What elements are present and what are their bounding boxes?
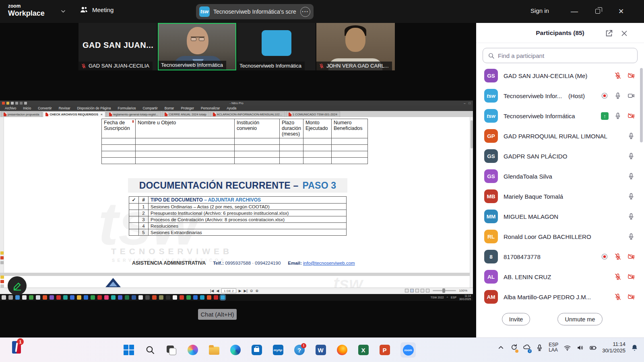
minimize-button[interactable]: — bbox=[568, 6, 580, 17]
app-icon[interactable] bbox=[29, 295, 33, 300]
nitro-left-sidebar[interactable] bbox=[0, 117, 4, 288]
comment-tool-icon[interactable] bbox=[0, 251, 4, 255]
app-icon[interactable] bbox=[36, 295, 40, 300]
unmute-me-button[interactable]: Unmute me bbox=[557, 313, 603, 325]
app-icon[interactable] bbox=[180, 295, 184, 300]
speaker-icon[interactable] bbox=[576, 344, 584, 352]
copilot-button[interactable] bbox=[187, 345, 198, 356]
participant-row[interactable]: 8 81708473778 bbox=[476, 247, 644, 267]
zoom-slider[interactable] bbox=[433, 290, 456, 291]
doc-tab[interactable]: 1 COMUNICADO TSW-001-2024 bbox=[286, 111, 340, 117]
keyboard-language[interactable]: ESPLAA bbox=[549, 342, 558, 353]
menu-ayuda[interactable]: Ayuda bbox=[227, 106, 236, 110]
battery-icon[interactable] bbox=[589, 344, 597, 352]
app-icon[interactable] bbox=[91, 295, 95, 300]
wifi-icon[interactable] bbox=[564, 344, 571, 352]
doc-tab[interactable]: presentacion propuesta bbox=[1, 111, 42, 117]
doc-tab[interactable]: ACLARACION-INFORMACION-MENSUAL102... bbox=[210, 111, 285, 117]
tab-close-icon[interactable]: × bbox=[101, 113, 103, 116]
first-page-icon[interactable]: |◀ bbox=[210, 289, 214, 293]
pinned-app-icon[interactable]: 1 bbox=[12, 341, 21, 354]
get-help-button[interactable]: ?! bbox=[294, 345, 305, 356]
video-tile[interactable]: tsw tecnoserviweb Tecnoserviweb Informát… bbox=[237, 23, 316, 70]
vertical-scrollbar[interactable] bbox=[470, 117, 473, 288]
task-view-button[interactable] bbox=[166, 345, 177, 356]
annotate-button[interactable] bbox=[8, 276, 27, 295]
app-icon[interactable] bbox=[214, 295, 218, 300]
microsoft-store-button[interactable] bbox=[251, 345, 262, 356]
app-icon[interactable] bbox=[152, 295, 157, 300]
menu-formularios[interactable]: Formularios bbox=[118, 106, 136, 110]
app-icon[interactable] bbox=[56, 295, 61, 300]
app-icon[interactable] bbox=[173, 295, 177, 300]
maximize-button[interactable] bbox=[592, 6, 604, 17]
edge-button[interactable] bbox=[230, 345, 241, 356]
app-icon[interactable] bbox=[200, 295, 204, 300]
menu-revisar[interactable]: Revisar bbox=[59, 106, 70, 110]
video-tile[interactable]: GAD SAN JUAN... GAD SAN JUAN-CECILIA bbox=[78, 23, 157, 70]
invite-button[interactable]: Invite bbox=[502, 313, 530, 325]
participant-row[interactable]: MB Mariely Baque Tomalá bbox=[476, 186, 644, 206]
menu-archivo[interactable]: Archivo bbox=[5, 106, 16, 110]
notification-bell-icon[interactable] bbox=[631, 344, 638, 352]
sign-in-button[interactable]: Sign in bbox=[530, 7, 549, 14]
firefox-button[interactable] bbox=[336, 345, 347, 356]
app-icon[interactable] bbox=[104, 295, 109, 300]
app-icon[interactable] bbox=[111, 295, 116, 300]
participant-row[interactable]: MM MIGUEL MALAGON bbox=[476, 206, 644, 226]
app-icon[interactable] bbox=[166, 295, 170, 300]
tab-meeting[interactable]: Meeting bbox=[80, 6, 114, 14]
menu-borrar[interactable]: Borrar bbox=[165, 106, 174, 110]
app-icon[interactable] bbox=[186, 295, 191, 300]
app-icon[interactable] bbox=[77, 295, 81, 300]
participant-row[interactable]: AL AB. LENIN CRUZ bbox=[476, 267, 644, 287]
tsw-app-icon[interactable] bbox=[221, 295, 225, 300]
participant-row[interactable]: tsw Tecnoserviweb Infor... (Host) bbox=[476, 86, 644, 106]
zoom-app-button-active[interactable]: zoom bbox=[400, 342, 416, 358]
prev-page-icon[interactable]: ◀ bbox=[216, 289, 219, 293]
close-button[interactable]: ✕ bbox=[615, 6, 627, 17]
tab-shared-screen[interactable]: tsw Tecnoserviweb Informática's scre ··· bbox=[196, 4, 314, 19]
microphone-icon[interactable] bbox=[536, 344, 543, 352]
next-page-icon[interactable]: ▶ bbox=[239, 289, 242, 293]
search-button[interactable] bbox=[144, 345, 155, 356]
participant-row[interactable]: GP GAD PARROQUIAL RURAL LIMONAL bbox=[476, 126, 644, 146]
pop-out-icon[interactable] bbox=[605, 29, 613, 38]
app-icon[interactable] bbox=[193, 295, 198, 300]
file-explorer-button[interactable] bbox=[208, 345, 219, 356]
menu-proteger[interactable]: Proteger bbox=[181, 106, 194, 110]
menu-convertir[interactable]: Convertir bbox=[38, 106, 52, 110]
pages-tool-icon[interactable] bbox=[0, 261, 4, 264]
participant-row[interactable]: GS GAD SAN JUAN-CECILIA (Me) bbox=[476, 66, 644, 86]
participant-row[interactable]: GS GlendaToala Silva bbox=[476, 166, 644, 186]
chevron-down-icon[interactable] bbox=[60, 8, 66, 14]
app-icon[interactable] bbox=[138, 295, 143, 300]
more-options-icon[interactable]: ··· bbox=[300, 7, 310, 17]
panel-scrollbar[interactable] bbox=[640, 68, 643, 142]
participant-row[interactable]: AM Alba Martillo-GAP PEDRO J.M... bbox=[476, 287, 644, 307]
app-icon[interactable] bbox=[84, 295, 88, 300]
app-icon[interactable] bbox=[97, 295, 102, 300]
myhp-button[interactable]: myhp bbox=[272, 345, 283, 356]
page-navigation[interactable]: |◀ ◀ 1 DE 2 ▶ ▶| ⊖ ⊕ bbox=[210, 288, 258, 293]
email-link[interactable]: info@tecnoserviweb.com bbox=[303, 261, 355, 265]
close-panel-icon[interactable] bbox=[620, 29, 629, 38]
note-tool-icon[interactable] bbox=[0, 276, 4, 279]
powerpoint-button[interactable]: P bbox=[379, 345, 390, 356]
view-mode-icon[interactable] bbox=[426, 289, 429, 292]
menu-personalizar[interactable]: Personalizar bbox=[201, 106, 220, 110]
doc-tab-active[interactable]: CHECK ARCHIVOS REQUERIDOS× bbox=[43, 111, 105, 117]
view-mode-icon[interactable] bbox=[421, 289, 424, 292]
nitro-window-controls[interactable]: –□ bbox=[464, 101, 471, 105]
menu-disposicion[interactable]: Disposición de Página bbox=[77, 106, 111, 110]
search-icon[interactable] bbox=[8, 295, 13, 300]
app-icon[interactable] bbox=[63, 295, 68, 300]
app-icon[interactable] bbox=[145, 295, 150, 300]
tray-caret-icon[interactable]: ^ bbox=[447, 296, 448, 299]
taskbar-clock[interactable]: 11:1430/1/2025 bbox=[602, 341, 625, 354]
excel-icon[interactable] bbox=[125, 295, 129, 300]
app-icon[interactable] bbox=[159, 295, 163, 300]
excel-button[interactable]: X bbox=[358, 345, 369, 356]
menu-compartir[interactable]: Compartir bbox=[142, 106, 157, 110]
participant-row[interactable]: tsw Tecnoserviweb Informática ↑ bbox=[476, 106, 644, 126]
